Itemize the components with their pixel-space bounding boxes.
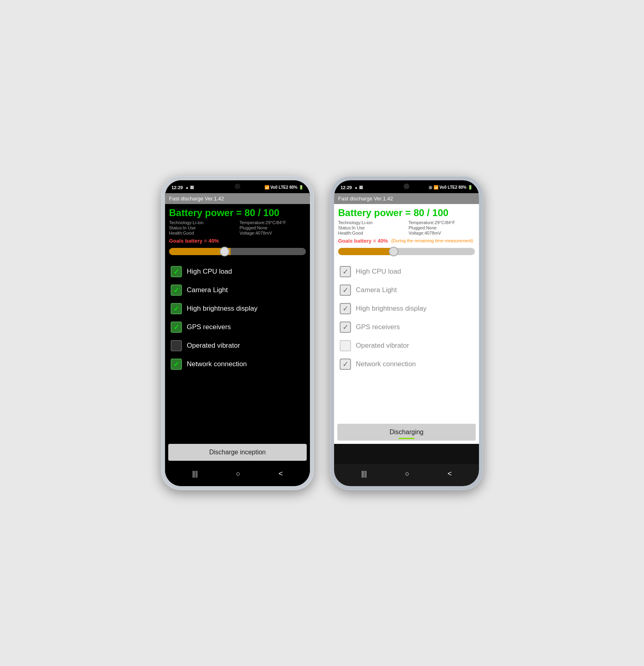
checkbox-vibrator-left[interactable]: [171, 340, 182, 351]
list-item[interactable]: ✓ Network connection: [165, 355, 310, 373]
nav-recent-right[interactable]: |||: [356, 468, 372, 480]
battery-info-right: Technology:Li-ion Temperature:29°C/84°F …: [334, 220, 479, 237]
nav-home-right[interactable]: ○: [400, 468, 414, 480]
app-content-right: Fast discharge Ver.1.42 Battery power = …: [334, 193, 479, 464]
goals-note-right: (During the remaining time measurement): [391, 238, 473, 243]
label-gps-right: GPS receivers: [356, 323, 400, 331]
bottom-bar-right: [334, 444, 479, 464]
nav-recent-left[interactable]: |||: [187, 468, 202, 480]
voltage-right: Voltage:4078mV: [409, 231, 475, 235]
slider-container-right[interactable]: [334, 246, 479, 261]
list-item[interactable]: ✓ GPS receivers: [165, 318, 310, 336]
discharge-button-right-label: Discharging: [390, 429, 423, 435]
network-left: LTE2: [279, 185, 288, 190]
temperature-right: Temperature:29°C/84°F: [409, 220, 475, 225]
status-left: Status:In Use: [169, 225, 235, 230]
goals-right: Goals battery = 40%: [338, 238, 388, 244]
label-camera-left: Camera Light: [187, 286, 228, 294]
discharge-button-left[interactable]: Discharge inception: [168, 444, 307, 461]
status-right: Status:In Use: [338, 225, 405, 230]
checkbox-network-right[interactable]: ✓: [340, 359, 351, 370]
nav-bar-left: ||| ○ <: [165, 464, 310, 486]
battery-power-right: Battery power = 80 / 100: [334, 204, 479, 220]
label-network-left: Network connection: [187, 360, 247, 368]
signal-text-right: Vo0: [440, 185, 447, 190]
technology-right: Technology:Li-ion: [338, 220, 405, 225]
nav-bar-right: ||| ○ <: [334, 464, 479, 486]
app-title-right: Fast discharge Ver.1.42: [338, 196, 393, 202]
slider-container-left[interactable]: [165, 246, 310, 261]
checkbox-gps-left[interactable]: ✓: [171, 322, 182, 333]
health-right: Health:Good: [338, 231, 405, 235]
checkbox-list-right: ✓ High CPU load ✓ Camera Light ✓ High br…: [334, 261, 479, 422]
camera-notch-right: [404, 184, 409, 189]
discharge-button-right[interactable]: Discharging: [337, 424, 476, 441]
battery-left: 80%: [289, 185, 297, 190]
battery-right: 80%: [458, 185, 466, 190]
battery-info-left: Technology:Li-ion Temperature:29°C/84°F …: [165, 220, 310, 237]
list-item[interactable]: ✓ Network connection: [334, 355, 479, 373]
signal-text-left: Vo0: [270, 185, 278, 190]
nav-back-left[interactable]: <: [274, 468, 288, 480]
list-item[interactable]: ✓ High brightness display: [334, 299, 479, 318]
checkbox-cpu-left[interactable]: ✓: [171, 266, 182, 277]
battery-icon-left: 🔋: [299, 185, 303, 190]
app-content-left: Fast discharge Ver.1.42 Battery power = …: [165, 193, 310, 464]
list-item[interactable]: ✓ Camera Light: [334, 281, 479, 299]
phone-right: 12:29 ▲ 🖼 ◎ 📶 Vo0 LTE2 80% 🔋 Fast discha…: [330, 176, 483, 490]
phone-left-screen: 12:29 ▲ 🖼 📶 Vo0 LTE2 80% 🔋 Fast discharg…: [165, 180, 310, 486]
label-network-right: Network connection: [356, 360, 416, 368]
list-item[interactable]: ✓ High brightness display: [165, 299, 310, 318]
label-cpu-left: High CPU load: [187, 268, 232, 276]
app-title-left: Fast discharge Ver.1.42: [169, 196, 224, 202]
nav-home-left[interactable]: ○: [231, 468, 245, 480]
list-item[interactable]: ✓ High CPU load: [334, 262, 479, 281]
phones-container: 12:29 ▲ 🖼 📶 Vo0 LTE2 80% 🔋 Fast discharg…: [161, 176, 483, 490]
label-gps-left: GPS receivers: [187, 323, 231, 331]
list-item[interactable]: ✓ Camera Light: [165, 281, 310, 299]
phone-left: 12:29 ▲ 🖼 📶 Vo0 LTE2 80% 🔋 Fast discharg…: [161, 176, 314, 490]
checkbox-camera-left[interactable]: ✓: [171, 285, 182, 296]
label-vibrator-left: Operated vibrator: [187, 342, 240, 350]
label-brightness-right: High brightness display: [356, 305, 427, 313]
phone-right-screen: 12:29 ▲ 🖼 ◎ 📶 Vo0 LTE2 80% 🔋 Fast discha…: [334, 180, 479, 486]
status-icons-right: ▲ 🖼: [354, 186, 362, 190]
goals-slider-left[interactable]: [169, 248, 306, 255]
checkbox-brightness-right[interactable]: ✓: [340, 303, 351, 314]
right-icons-left: 📶 Vo0 LTE2 80% 🔋: [264, 185, 303, 190]
network-right: LTE2: [448, 185, 457, 190]
label-cpu-right: High CPU load: [356, 268, 401, 276]
goals-row-left: Goals battery = 40%: [165, 237, 310, 246]
checkbox-list-left: ✓ High CPU load ✓ Camera Light ✓ High br…: [165, 261, 310, 442]
checkbox-brightness-left[interactable]: ✓: [171, 303, 182, 314]
right-icons-right: ◎ 📶 Vo0 LTE2 80% 🔋: [429, 185, 473, 190]
label-vibrator-right: Operated vibrator: [356, 342, 409, 350]
goals-slider-right[interactable]: [338, 248, 475, 255]
list-item[interactable]: ✓ GPS receivers: [334, 318, 479, 336]
goals-left: Goals battery = 40%: [169, 238, 219, 244]
plugged-left: Plugged:None: [239, 225, 306, 230]
goals-row-right: Goals battery = 40% (During the remainin…: [334, 237, 479, 246]
checkbox-camera-right[interactable]: ✓: [340, 285, 351, 296]
plugged-right: Plugged:None: [409, 225, 475, 230]
temperature-left: Temperature:29°C/84°F: [239, 220, 306, 225]
list-item[interactable]: ✓ High CPU load: [165, 262, 310, 281]
list-item[interactable]: Operated vibrator: [334, 336, 479, 355]
voltage-left: Voltage:4078mV: [239, 231, 306, 235]
checkbox-vibrator-right[interactable]: [340, 340, 351, 351]
app-header-left: Fast discharge Ver.1.42: [165, 193, 310, 204]
nav-back-right[interactable]: <: [443, 468, 457, 480]
label-camera-right: Camera Light: [356, 286, 397, 294]
location-icon-right: ◎: [429, 185, 432, 190]
time-right: 12:29: [341, 185, 352, 190]
underline-indicator: [398, 438, 415, 439]
checkbox-cpu-right[interactable]: ✓: [340, 266, 351, 277]
checkbox-network-left[interactable]: ✓: [171, 359, 182, 370]
label-brightness-left: High brightness display: [187, 305, 258, 313]
time-left: 12:29: [171, 185, 183, 190]
checkbox-gps-right[interactable]: ✓: [340, 322, 351, 333]
health-left: Health:Good: [169, 231, 235, 235]
wifi-icon-right: 📶: [433, 185, 438, 190]
list-item[interactable]: Operated vibrator: [165, 336, 310, 355]
status-icons-left: ▲ 🖼: [185, 186, 193, 190]
